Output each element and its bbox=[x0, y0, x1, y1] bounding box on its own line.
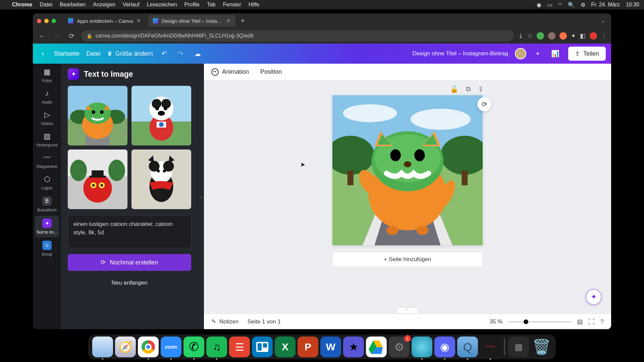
extension-icon[interactable] bbox=[537, 32, 544, 40]
artboard[interactable]: ⟳ bbox=[332, 95, 483, 245]
bookmark-star-icon[interactable]: ☆ bbox=[527, 32, 533, 40]
home-link[interactable]: Startseite bbox=[54, 50, 79, 57]
control-center-icon[interactable]: ⚙ bbox=[581, 2, 585, 8]
regenerate-fab[interactable]: ⟳ bbox=[477, 97, 491, 111]
rail-diagramme[interactable]: 〰Diagramme bbox=[35, 151, 59, 172]
grid-view-icon[interactable]: ▤ bbox=[577, 318, 583, 325]
magic-assist-button[interactable]: ✦ bbox=[586, 289, 602, 305]
dock-excel[interactable]: X bbox=[275, 337, 296, 357]
result-thumbnail[interactable] bbox=[131, 149, 191, 209]
minimize-window-button[interactable] bbox=[44, 19, 49, 23]
canvas-stage[interactable]: 🔓 ⧉ ⇪ bbox=[204, 80, 611, 314]
menubar-time[interactable]: 10:30 bbox=[626, 2, 639, 8]
maximize-window-button[interactable] bbox=[52, 19, 56, 23]
back-chevron-icon[interactable]: ‹ bbox=[38, 47, 47, 60]
zoom-slider[interactable] bbox=[508, 321, 572, 322]
prompt-textarea[interactable]: einen lustigen catoon charakter, catoon … bbox=[68, 215, 191, 248]
menubar-app-name[interactable]: Chrome bbox=[12, 2, 32, 8]
rail-fotos[interactable]: ▦Fotos bbox=[35, 65, 59, 86]
dock-trello[interactable] bbox=[252, 337, 273, 357]
fullscreen-icon[interactable]: ⛶ bbox=[588, 318, 595, 325]
menu-bearbeiten[interactable]: Bearbeiten bbox=[60, 2, 86, 8]
close-window-button[interactable] bbox=[37, 19, 41, 23]
insights-icon[interactable]: 📊 bbox=[549, 48, 561, 60]
page-indicator[interactable]: Seite 1 von 1 bbox=[248, 318, 281, 325]
dock-spotify[interactable]: ♫ bbox=[206, 337, 227, 357]
extension-icon[interactable] bbox=[548, 32, 555, 40]
dock-zoom[interactable]: zoom bbox=[161, 337, 181, 357]
record-icon[interactable]: ◉ bbox=[537, 2, 541, 8]
notes-button[interactable]: ✎ Notizen bbox=[211, 318, 239, 325]
dock-settings[interactable]: ⚙1 bbox=[389, 337, 410, 357]
dock-google-drive[interactable] bbox=[366, 337, 387, 357]
forward-button[interactable]: → bbox=[52, 31, 62, 41]
export-page-icon[interactable]: ⇪ bbox=[478, 85, 484, 93]
dock-safari[interactable]: 🧭 bbox=[115, 337, 136, 357]
redo-button[interactable]: ↷ bbox=[176, 48, 185, 59]
rail-videos[interactable]: ▷Videos bbox=[35, 108, 59, 129]
add-collaborator-button[interactable]: + bbox=[533, 49, 542, 58]
menu-profile[interactable]: Profile bbox=[184, 2, 200, 8]
rail-logos[interactable]: ⬡Logos bbox=[35, 172, 59, 193]
sidepanel-icon[interactable]: ◧ bbox=[580, 32, 586, 40]
slider-knob[interactable] bbox=[524, 319, 528, 324]
address-bar[interactable]: 🔒 canva.com/design/DAFeGfv4mD0/8wNhH46Fi… bbox=[81, 30, 514, 42]
install-app-icon[interactable]: ⤓ bbox=[518, 32, 523, 40]
rail-text-to-image[interactable]: ✦Text to Im… bbox=[35, 216, 59, 237]
menu-fenster[interactable]: Fenster bbox=[223, 2, 241, 8]
extension-icon[interactable] bbox=[559, 32, 567, 40]
close-tab-icon[interactable]: ✕ bbox=[226, 18, 231, 24]
dock-imovie[interactable]: ★ bbox=[343, 337, 364, 357]
lock-page-icon[interactable]: 🔓 bbox=[450, 85, 459, 93]
collapse-panel-handle[interactable]: ‹ bbox=[198, 64, 204, 329]
close-tab-icon[interactable]: ✕ bbox=[137, 18, 141, 24]
undo-button[interactable]: ↶ bbox=[159, 48, 169, 59]
dock-todoist[interactable]: ☰ bbox=[229, 337, 250, 357]
rail-emoji[interactable]: ☺Emoji bbox=[35, 238, 59, 259]
design-title[interactable]: Design ohne Titel – Instagram-Beitrag bbox=[413, 50, 508, 57]
dock-voice-memos[interactable]: 〰 bbox=[480, 337, 501, 357]
wifi-icon[interactable]: ⌔ bbox=[558, 2, 562, 8]
menu-lesezeichen[interactable]: Lesezeichen bbox=[147, 2, 177, 8]
menu-hilfe[interactable]: Hilfe bbox=[249, 2, 259, 8]
dock-finder[interactable] bbox=[92, 337, 113, 357]
share-button[interactable]: ⇪ Teilen bbox=[568, 47, 606, 61]
help-icon[interactable]: ? bbox=[600, 318, 604, 325]
reload-button[interactable]: ⟳ bbox=[66, 31, 76, 41]
browser-tab[interactable]: Design ohne Titel – Instagram-… ✕ bbox=[148, 15, 235, 26]
spotlight-icon[interactable]: 🔍 bbox=[568, 2, 575, 8]
menu-verlauf[interactable]: Verlauf bbox=[123, 2, 140, 8]
menubar-date[interactable]: Fr. 24. März bbox=[591, 2, 620, 8]
resize-menu[interactable]: ♛ Größe ändern bbox=[107, 50, 153, 57]
start-over-button[interactable]: Neu anfangen bbox=[68, 277, 191, 289]
dock-whatsapp[interactable]: ✆ bbox=[183, 337, 204, 357]
rail-hintergrund[interactable]: ▨Hintergrund bbox=[35, 129, 59, 150]
result-thumbnail[interactable] bbox=[68, 149, 127, 209]
extensions-puzzle-icon[interactable]: ✦ bbox=[571, 32, 576, 40]
new-tab-button[interactable]: + bbox=[238, 16, 248, 25]
position-button[interactable]: Position bbox=[260, 68, 282, 75]
dock-word[interactable]: W bbox=[320, 337, 341, 357]
menu-tab[interactable]: Tab bbox=[207, 2, 216, 8]
dock-app-generic[interactable] bbox=[412, 337, 432, 357]
add-page-button[interactable]: + Seite hinzufügen bbox=[332, 252, 483, 267]
dock-quicktime[interactable]: Q bbox=[457, 337, 478, 357]
page-drawer-handle[interactable]: ⌃ bbox=[397, 308, 418, 313]
browser-tab[interactable]: Apps entdecken – Canva ✕ bbox=[63, 15, 146, 26]
back-button[interactable]: ← bbox=[37, 31, 47, 41]
animation-button[interactable]: Animation bbox=[211, 68, 249, 76]
user-avatar[interactable] bbox=[515, 48, 526, 59]
dock-trash[interactable]: 🗑️ bbox=[531, 337, 552, 357]
chrome-menu-icon[interactable]: ⋮ bbox=[601, 32, 607, 40]
regenerate-button[interactable]: ⟳ Nochmal erstellen bbox=[68, 254, 191, 271]
menu-datei[interactable]: Datei bbox=[40, 2, 52, 8]
cloud-sync-icon[interactable]: ☁ bbox=[192, 48, 203, 59]
dock-app-shortcut[interactable]: ▦ bbox=[508, 337, 529, 357]
tab-dropdown-icon[interactable]: ⌄ bbox=[599, 16, 607, 25]
menu-anzeigen[interactable]: Anzeigen bbox=[93, 2, 115, 8]
battery-icon[interactable]: ▭ bbox=[547, 2, 552, 8]
result-thumbnail[interactable] bbox=[68, 86, 127, 145]
file-menu[interactable]: Datei bbox=[86, 50, 100, 57]
rail-brandfetch[interactable]: BBrandfetch bbox=[35, 194, 59, 215]
dock-discord[interactable]: ◉ bbox=[434, 337, 455, 357]
